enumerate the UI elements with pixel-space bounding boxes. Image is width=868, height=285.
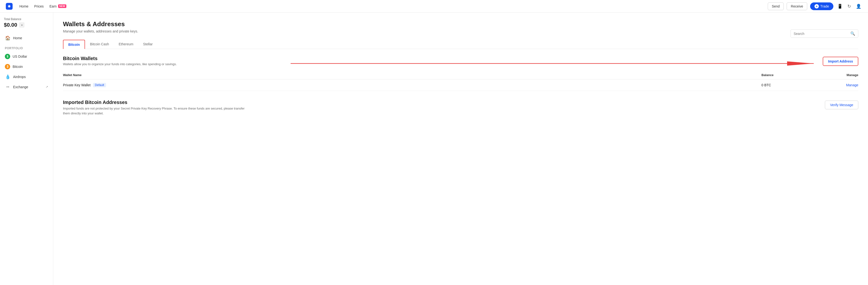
nav-prices[interactable]: Prices <box>34 4 43 8</box>
search-input[interactable] <box>794 32 848 36</box>
sidebar-bitcoin-label: Bitcoin <box>12 65 23 68</box>
tab-stellar[interactable]: Stellar <box>138 40 158 49</box>
portfolio-section-label: Portfolio <box>0 43 53 51</box>
btc-icon: ₿ <box>5 64 10 69</box>
sidebar-item-usdollar[interactable]: $ US Dollar <box>0 51 53 62</box>
wallets-section-title: Bitcoin Wallets <box>63 56 177 61</box>
exchange-icon: ↔ <box>5 84 11 89</box>
usd-icon: $ <box>5 54 10 59</box>
sidebar-home-label: Home <box>13 36 22 40</box>
sidebar-item-home[interactable]: 🏠 Home <box>0 33 53 43</box>
verify-message-button[interactable]: Verify Message <box>825 101 858 109</box>
send-button[interactable]: Send <box>768 2 784 10</box>
sidebar-item-airdrops[interactable]: 💧 Airdrops <box>0 72 53 82</box>
airdrops-icon: 💧 <box>5 74 11 80</box>
sidebar: Total Balance $0.00 ▾ 🏠 Home Portfolio $… <box>0 12 53 285</box>
imported-section-desc: Imported funds are not protected by your… <box>63 106 252 116</box>
external-link-icon: ↗ <box>45 85 48 89</box>
search-area: 🔍 <box>63 29 858 38</box>
earn-new-badge: NEW <box>58 4 66 8</box>
sidebar-item-exchange[interactable]: ↔ Exchange ↗ <box>0 82 53 92</box>
nav-home[interactable]: Home <box>20 4 28 8</box>
logo-icon[interactable] <box>6 3 12 10</box>
imported-section: Imported Bitcoin Addresses Imported fund… <box>63 99 858 116</box>
row-wallet-balance: 0 BTC <box>762 83 810 87</box>
refresh-icon[interactable]: ↻ <box>846 3 852 10</box>
nav-links: Home Prices Earn NEW <box>20 4 66 8</box>
tab-bitcoin[interactable]: Bitcoin <box>63 40 85 49</box>
col-header-name: Wallet Name <box>63 73 762 77</box>
nav-earn[interactable]: Earn NEW <box>50 4 66 8</box>
wallets-section-info: Bitcoin Wallets Wallets allow you to org… <box>63 56 177 66</box>
mobile-icon[interactable]: 📱 <box>836 3 843 10</box>
trade-label: Trade <box>820 4 829 8</box>
top-nav: Home Prices Earn NEW Send Receive + Trad… <box>0 0 868 12</box>
table-header: Wallet Name Balance Manage <box>63 71 858 80</box>
col-header-manage: Manage <box>810 73 858 77</box>
balance-label: Total Balance <box>4 18 49 21</box>
sidebar-airdrops-label: Airdrops <box>13 75 26 79</box>
trade-button[interactable]: + Trade <box>810 2 833 10</box>
row-manage-link[interactable]: Manage <box>810 83 858 87</box>
tab-bitcoin-cash[interactable]: Bitcoin Cash <box>85 40 114 49</box>
imported-section-title: Imported Bitcoin Addresses <box>63 99 252 105</box>
nav-earn-label: Earn <box>50 4 57 8</box>
imported-section-info: Imported Bitcoin Addresses Imported fund… <box>63 99 252 116</box>
home-icon: 🏠 <box>5 35 11 41</box>
trade-plus-icon: + <box>814 4 819 8</box>
wallet-table: Wallet Name Balance Manage Private Key W… <box>63 71 858 91</box>
sidebar-item-bitcoin[interactable]: ₿ Bitcoin <box>0 62 53 72</box>
wallets-section-desc: Wallets allow you to organize your funds… <box>63 62 177 66</box>
balance-row: $0.00 ▾ <box>4 22 49 28</box>
sidebar-usdollar-label: US Dollar <box>12 55 27 58</box>
row-wallet-name: Private Key Wallet Default <box>63 83 762 87</box>
main-content: Wallets & Addresses Manage your wallets,… <box>53 12 868 285</box>
total-balance-area: Total Balance $0.00 ▾ <box>0 18 53 33</box>
row-wallet-name-text: Private Key Wallet <box>63 83 91 87</box>
tab-ethereum[interactable]: Ethereum <box>114 40 138 49</box>
balance-chevron-button[interactable]: ▾ <box>19 22 25 28</box>
col-header-balance: Balance <box>762 73 810 77</box>
default-badge: Default <box>93 83 106 87</box>
wallets-section-header: Bitcoin Wallets Wallets allow you to org… <box>63 56 858 66</box>
search-box: 🔍 <box>790 29 858 38</box>
imported-header: Imported Bitcoin Addresses Imported fund… <box>63 99 858 116</box>
import-address-button[interactable]: Import Address <box>823 57 858 66</box>
search-icon[interactable]: 🔍 <box>850 31 855 36</box>
nav-right: Send Receive + Trade 📱 ↻ 👤 <box>768 2 862 10</box>
tabs-row: Bitcoin Bitcoin Cash Ethereum Stellar <box>63 40 858 49</box>
receive-button[interactable]: Receive <box>786 2 807 10</box>
page-title: Wallets & Addresses <box>63 20 858 28</box>
sidebar-exchange-label: Exchange <box>13 85 28 89</box>
user-icon[interactable]: 👤 <box>855 3 862 10</box>
layout: Total Balance $0.00 ▾ 🏠 Home Portfolio $… <box>0 12 868 285</box>
balance-amount: $0.00 <box>4 22 17 28</box>
table-row: Private Key Wallet Default 0 BTC Manage <box>63 80 858 91</box>
nav-left: Home Prices Earn NEW <box>6 3 66 10</box>
